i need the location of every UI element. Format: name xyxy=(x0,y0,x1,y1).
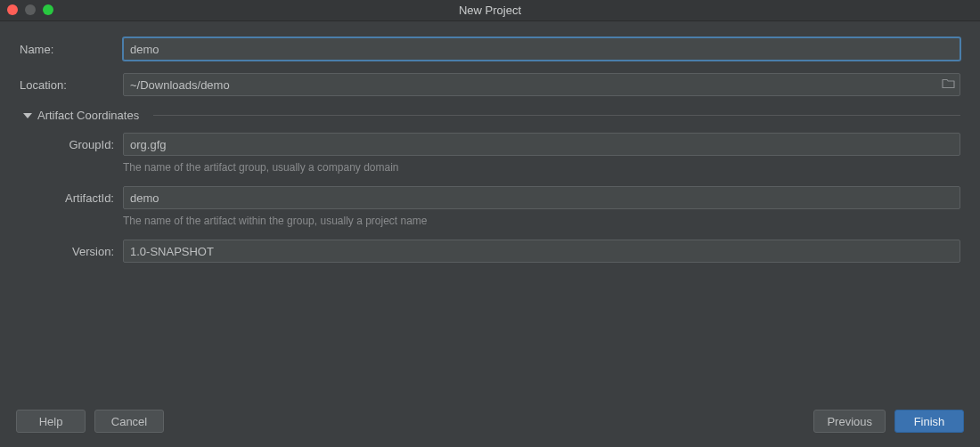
artifact-coordinates-title: Artifact Coordinates xyxy=(37,109,139,122)
zoom-icon[interactable] xyxy=(43,4,53,15)
version-field[interactable] xyxy=(123,240,960,263)
name-label: Name: xyxy=(20,43,123,56)
location-field[interactable] xyxy=(123,73,960,96)
window-controls xyxy=(7,4,53,15)
help-button[interactable]: Help xyxy=(16,410,86,433)
title-bar: New Project xyxy=(0,0,980,21)
browse-folder-icon[interactable] xyxy=(942,78,955,92)
window-title: New Project xyxy=(459,4,521,17)
dialog-content: Name: Location: Artifact Coordinates Gro… xyxy=(0,21,980,263)
artifact-coordinates-header[interactable]: Artifact Coordinates xyxy=(20,109,960,122)
dialog-footer: Help Cancel Previous Finish xyxy=(0,399,980,447)
groupid-field[interactable] xyxy=(123,133,960,156)
previous-button[interactable]: Previous xyxy=(813,410,886,433)
chevron-down-icon xyxy=(23,113,32,118)
version-label: Version: xyxy=(57,245,123,258)
separator xyxy=(153,115,960,116)
cancel-button[interactable]: Cancel xyxy=(94,410,164,433)
artifactid-hint: The name of the artifact within the grou… xyxy=(123,215,960,227)
artifactid-label: ArtifactId: xyxy=(57,191,123,205)
groupid-label: GroupId: xyxy=(57,138,123,151)
close-icon[interactable] xyxy=(7,4,18,15)
artifactid-field[interactable] xyxy=(123,186,960,209)
minimize-icon[interactable] xyxy=(25,4,36,15)
groupid-hint: The name of the artifact group, usually … xyxy=(123,161,960,174)
location-label: Location: xyxy=(20,78,123,92)
name-field[interactable] xyxy=(123,37,960,61)
finish-button[interactable]: Finish xyxy=(894,410,964,433)
